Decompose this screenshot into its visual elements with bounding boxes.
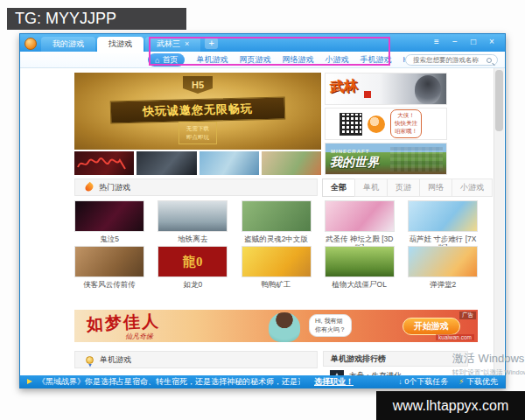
desktop: 我的游戏 找游戏 武林三 × + ≡ − □ × ⌂ 首页	[0, 0, 525, 420]
ad-watermark: kuaiwan.com	[436, 334, 474, 340]
lightning-icon: ⚡	[458, 377, 464, 386]
nav-item-standalone-games[interactable]: 单机游戏	[196, 54, 228, 66]
game-thumbnail[interactable]	[242, 246, 312, 277]
ad-speech-bubble: Hi, 我有烟你有火吗？	[309, 314, 352, 337]
minecraft-banner[interactable]: MINECRAFT 我的世界	[325, 143, 447, 175]
game-title: 植物大战僵尸OL	[325, 280, 395, 289]
nav-item-mini-games[interactable]: 小游戏	[325, 54, 348, 66]
game-title: 鬼泣5	[74, 234, 144, 243]
game-thumbnail[interactable]	[74, 246, 144, 277]
close-button[interactable]: ×	[486, 37, 497, 47]
search-input[interactable]	[406, 56, 486, 64]
flame-icon	[84, 182, 95, 193]
game-thumbnail[interactable]: 龍0	[158, 246, 228, 277]
banner-subtitle: 无需下载 即点即玩	[178, 122, 217, 144]
game-grid-row-2: 侠客风云传前传 龍0 如龙0 鸭鸭矿工 植物大战僵尸OL	[74, 246, 478, 289]
game-card[interactable]: 植物大战僵尸OL	[325, 246, 395, 289]
game-title: 如龙0	[158, 280, 228, 289]
game-grid-row-1: 鬼泣5 地铁离去 盗贼的灵魂2中文版 武圣传 神坛之殿 [3D版] 葫芦娃 寸步…	[74, 200, 478, 252]
banner-thumb-2[interactable]	[136, 151, 196, 175]
filter-all[interactable]: 全部	[322, 178, 355, 197]
download-icon: ↓	[398, 377, 402, 386]
game-title: 弹弹堂2	[408, 280, 478, 289]
game-title: 盗贼的灵魂2中文版	[242, 234, 312, 243]
filter-webgame[interactable]: 页游	[387, 178, 420, 197]
ranking-title: 单机游戏排行榜	[323, 351, 468, 367]
scrollbar-thumb[interactable]	[495, 70, 503, 131]
medal-icon	[86, 356, 94, 364]
game-card[interactable]: 龍0 如龙0	[158, 246, 228, 289]
game-card[interactable]: 武圣传 神坛之殿 [3D版]	[325, 200, 395, 252]
game-card[interactable]: 鬼泣5	[74, 200, 144, 252]
tab-close-icon[interactable]: ×	[185, 37, 189, 52]
game-card[interactable]: 葫芦娃 寸步难行 [7X版]	[408, 200, 478, 252]
main-promo-banner[interactable]: H5 快玩诚邀您无限畅玩 无需下载 即点即玩	[74, 73, 321, 150]
game-thumbnail[interactable]	[74, 200, 144, 232]
filter-mini[interactable]: 小游戏	[452, 178, 493, 197]
nav-item-mobile-games[interactable]: 手机游戏	[360, 54, 391, 66]
banner-title: 快玩诚邀您无限畅玩	[110, 96, 286, 123]
announcement-icon	[27, 379, 32, 384]
minimize-button[interactable]: −	[450, 37, 460, 47]
wulin3-banner[interactable]: 武林	[325, 73, 447, 105]
banner-thumb-4[interactable]	[262, 151, 321, 175]
title-bar: 我的游戏 找游戏 武林三 × + ≡ − □ ×	[20, 34, 505, 52]
app-logo-icon[interactable]	[24, 38, 37, 50]
game-card[interactable]: 地铁离去	[158, 200, 228, 252]
download-tasks[interactable]: ↓ 0个下载任务	[398, 376, 448, 388]
search-icon[interactable]	[486, 58, 492, 63]
filter-online[interactable]: 网络	[419, 178, 452, 197]
minecraft-title: 我的世界	[330, 155, 379, 171]
filter-standalone[interactable]: 单机	[354, 178, 388, 197]
scrollbar[interactable]	[494, 68, 504, 375]
nav-item-online-games[interactable]: 网络游戏	[282, 54, 313, 66]
game-thumbnail[interactable]	[408, 246, 478, 277]
start-game-button[interactable]: 开始游戏	[402, 318, 460, 335]
nav-item-home[interactable]: ⌂ 首页	[148, 53, 185, 66]
tab-wulin3[interactable]: 武林三 ×	[145, 37, 200, 52]
game-thumbnail[interactable]	[408, 200, 478, 232]
announcement-text: 《黑域战界》你是选择占星宿命、转生宿死，还是选择神秘的秘术师，还是选择结盟	[38, 376, 300, 388]
monkey-mascot-icon	[368, 116, 385, 133]
tg-watermark: TG: MYYJJPP	[7, 8, 186, 30]
menu-icon[interactable]: ≡	[431, 37, 442, 47]
speech-bubble: 大侠！ 快快关注 咱家哦！	[390, 109, 422, 137]
qr-follow-banner[interactable]: 大侠！ 快快关注 咱家哦！	[325, 108, 447, 140]
tab-my-games[interactable]: 我的游戏	[41, 37, 95, 52]
banner-thumb-3[interactable]	[200, 151, 259, 175]
game-card[interactable]: 侠客风云传前传	[74, 246, 144, 289]
ranking-panel: 单机游戏排行榜 方舟：生存进化	[323, 351, 468, 375]
game-card[interactable]: 鸭鸭矿工	[242, 246, 312, 289]
tab-label: 我的游戏	[52, 37, 84, 52]
status-bar: 《黑域战界》你是选择占星宿命、转生宿死，还是选择神秘的秘术师，还是选择结盟 选择…	[20, 375, 505, 388]
game-thumbnail[interactable]	[242, 200, 312, 232]
maximize-button[interactable]: □	[468, 37, 479, 47]
search-box[interactable]	[405, 54, 498, 66]
ad-banner[interactable]: 如梦佳人 仙凡奇缘 Hi, 我有烟你有火吗？ 开始游戏 广告 kuaiwan.c…	[74, 310, 478, 342]
game-card[interactable]: 盗贼的灵魂2中文版	[242, 200, 312, 252]
cover-art-text: 龍0	[183, 254, 203, 270]
download-boost[interactable]: ⚡ 下载优先	[458, 376, 498, 388]
wulin-logo: 武林	[329, 77, 358, 97]
h5-badge: H5	[183, 76, 213, 94]
game-thumbnail[interactable]	[325, 246, 395, 277]
banner-thumb-1[interactable]	[74, 151, 134, 175]
nav-item-webpage-games[interactable]: 网页游戏	[239, 54, 270, 66]
windows-activation-watermark: 激活 Windows 转到“设置”以激活 Windows。	[452, 351, 525, 377]
nav-bar: ⌂ 首页 单机游戏 网页游戏 网络游戏 小游戏 手机游戏 H5游戏	[20, 52, 505, 68]
tab-find-games[interactable]: 找游戏	[97, 37, 144, 52]
app-window: 我的游戏 找游戏 武林三 × + ≡ − □ × ⌂ 首页	[19, 33, 506, 388]
side-banner-column: 武林 大侠！ 快快关注 咱家哦！ MINECRAFT 我的世界	[325, 73, 447, 178]
site-watermark: www.lhtappyx.com	[376, 391, 525, 420]
game-title: 地铁离去	[158, 234, 228, 243]
game-thumbnail[interactable]	[325, 200, 395, 232]
game-card[interactable]: 弹弹堂2	[408, 246, 478, 289]
new-tab-button[interactable]: +	[205, 38, 218, 49]
game-thumbnail[interactable]	[158, 200, 228, 232]
hot-games-filters: 全部 单机 页游 网络 小游戏	[323, 178, 493, 197]
game-title: 侠客风云传前传	[74, 280, 144, 289]
choose-class-link[interactable]: 选择职业！	[314, 376, 354, 388]
content-area: H5 快玩诚邀您无限畅玩 无需下载 即点即玩	[20, 68, 505, 375]
minecraft-brand: MINECRAFT	[331, 149, 369, 154]
section-title: 热门游戏	[99, 182, 130, 193]
